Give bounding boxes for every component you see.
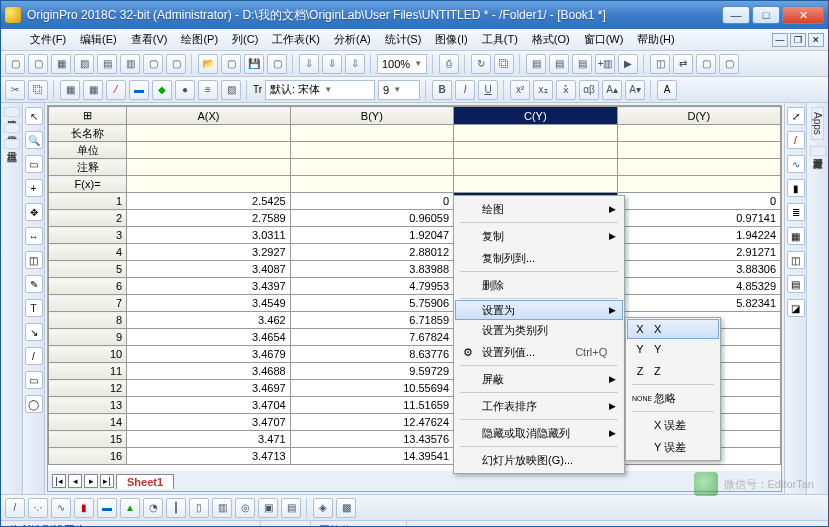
italic-button[interactable]: I	[455, 80, 475, 100]
ctx-copy-col-to[interactable]: 复制列到...	[456, 247, 622, 269]
video-button[interactable]: ▢	[719, 54, 739, 74]
cell[interactable]: 2.88012	[290, 244, 453, 261]
linesymbol-button[interactable]: ∿	[51, 498, 71, 518]
col-head-b[interactable]: B(Y)	[290, 107, 453, 125]
menu-tools[interactable]: 工具(T)	[475, 30, 525, 49]
bar-button[interactable]: ▬	[97, 498, 117, 518]
reader-tool[interactable]: ▭	[25, 155, 43, 173]
cell[interactable]: 3.4713	[127, 448, 290, 465]
region-tool[interactable]: ◯	[25, 395, 43, 413]
cell[interactable]: 3.462	[127, 312, 290, 329]
symbol-type-button[interactable]: ●	[175, 80, 195, 100]
3d-surface-button[interactable]: ▩	[336, 498, 356, 518]
cell[interactable]: 3.4704	[127, 397, 290, 414]
cell[interactable]: 3.4697	[127, 380, 290, 397]
panel-objectmanager[interactable]: 对象管理器	[810, 146, 826, 156]
contour-button[interactable]: ◎	[235, 498, 255, 518]
sub-y[interactable]: YY	[628, 338, 718, 360]
3d-plot-button[interactable]: ◪	[787, 299, 805, 317]
sheet-tab[interactable]: Sheet1	[116, 474, 174, 489]
line-style-button[interactable]: ≡	[198, 80, 218, 100]
new-notes-button[interactable]: ▢	[166, 54, 186, 74]
ctx-delete[interactable]: 删除	[456, 274, 622, 296]
cell[interactable]: 1.92047	[290, 227, 453, 244]
mask-range-button[interactable]: ▦	[83, 80, 103, 100]
col-head-c[interactable]: C(Y)	[454, 107, 617, 125]
row-longname[interactable]: 长名称	[49, 125, 127, 142]
sub-z[interactable]: ZZ	[628, 360, 718, 382]
ctx-slideshow[interactable]: 幻灯片放映图(G)...	[456, 449, 622, 471]
open-button[interactable]: 📂	[198, 54, 218, 74]
font-size-select[interactable]: 9▼	[378, 80, 420, 100]
project-explorer-button[interactable]: ▤	[526, 54, 546, 74]
new-matrix-button[interactable]: ▤	[97, 54, 117, 74]
pattern-button[interactable]: ▨	[221, 80, 241, 100]
minimize-button[interactable]: —	[722, 6, 750, 24]
cell[interactable]: 4.79953	[290, 278, 453, 295]
new-graph-button[interactable]: ▧	[74, 54, 94, 74]
cell[interactable]: 3.4654	[127, 329, 290, 346]
new-folder-button[interactable]: ▢	[28, 54, 48, 74]
row-head[interactable]: 2	[49, 210, 127, 227]
cell[interactable]: 2.7589	[127, 210, 290, 227]
text-tool[interactable]: T	[25, 299, 43, 317]
row-head[interactable]: 7	[49, 295, 127, 312]
row-head[interactable]: 8	[49, 312, 127, 329]
col-head-d[interactable]: D(Y)	[617, 107, 780, 125]
mdi-close-button[interactable]: ✕	[808, 33, 824, 47]
row-units[interactable]: 单位	[49, 142, 127, 159]
sub-x[interactable]: XX	[627, 319, 719, 339]
underline-button[interactable]: U	[478, 80, 498, 100]
cell[interactable]: 2.91271	[617, 244, 780, 261]
menu-window[interactable]: 窗口(W)	[577, 30, 631, 49]
cell[interactable]: 8.63776	[290, 346, 453, 363]
cell[interactable]: 3.4679	[127, 346, 290, 363]
row-head[interactable]: 12	[49, 380, 127, 397]
cell[interactable]: 10.55694	[290, 380, 453, 397]
add-layer-button[interactable]: ▦	[787, 227, 805, 245]
font-select[interactable]: 默认: 宋体▼	[265, 80, 375, 100]
supersub-button[interactable]: x̽	[556, 80, 576, 100]
import-wizard-button[interactable]: ⇩	[299, 54, 319, 74]
line-color-button[interactable]: ∕	[106, 80, 126, 100]
cell[interactable]: 11.51659	[290, 397, 453, 414]
subscript-button[interactable]: x₂	[533, 80, 553, 100]
cell[interactable]: 3.4549	[127, 295, 290, 312]
hist-button[interactable]: ▥	[212, 498, 232, 518]
cell[interactable]: 3.2927	[127, 244, 290, 261]
cell[interactable]: 5.75906	[290, 295, 453, 312]
cell[interactable]: 14.39541	[290, 448, 453, 465]
ctx-hide-cols[interactable]: 隐藏或取消隐藏列	[456, 422, 622, 444]
decrease-font-button[interactable]: A▾	[625, 80, 645, 100]
panel-hintlog[interactable]: 提示日志	[4, 139, 20, 149]
menu-worksheet[interactable]: 工作表(K)	[265, 30, 327, 49]
ctx-set-as[interactable]: 设置为	[455, 300, 623, 320]
sub-none[interactable]: NONE忽略	[628, 387, 718, 409]
row-comments[interactable]: 注释	[49, 159, 127, 176]
import-single-button[interactable]: ⇩	[322, 54, 342, 74]
cell[interactable]: 0	[617, 193, 780, 210]
col-head-a[interactable]: A(X)	[127, 107, 290, 125]
panel-quickhelp[interactable]: 快速帮助	[4, 107, 20, 117]
menu-file[interactable]: 文件(F)	[23, 30, 73, 49]
menu-edit[interactable]: 编辑(E)	[73, 30, 124, 49]
cell[interactable]: 0.97141	[617, 210, 780, 227]
pie-button[interactable]: ◔	[143, 498, 163, 518]
pointer-tool[interactable]: ↖	[25, 107, 43, 125]
save-template-button[interactable]: ▢	[267, 54, 287, 74]
cell[interactable]: 1.94224	[617, 227, 780, 244]
row-head[interactable]: 14	[49, 414, 127, 431]
rect-tool[interactable]: ▭	[25, 371, 43, 389]
row-head[interactable]: 13	[49, 397, 127, 414]
symbol-color-button[interactable]: ◆	[152, 80, 172, 100]
new-layout-button[interactable]: ▢	[143, 54, 163, 74]
cell[interactable]: 6.71859	[290, 312, 453, 329]
template-lib-button[interactable]: ▤	[281, 498, 301, 518]
rescale-button[interactable]: ⤢	[787, 107, 805, 125]
copy-button[interactable]: ⿻	[28, 80, 48, 100]
recalculate-button[interactable]: ▶	[618, 54, 638, 74]
menu-help[interactable]: 帮助(H)	[630, 30, 681, 49]
cell[interactable]: 3.4397	[127, 278, 290, 295]
mask-tool[interactable]: ◫	[25, 251, 43, 269]
box-button[interactable]: ▯	[189, 498, 209, 518]
